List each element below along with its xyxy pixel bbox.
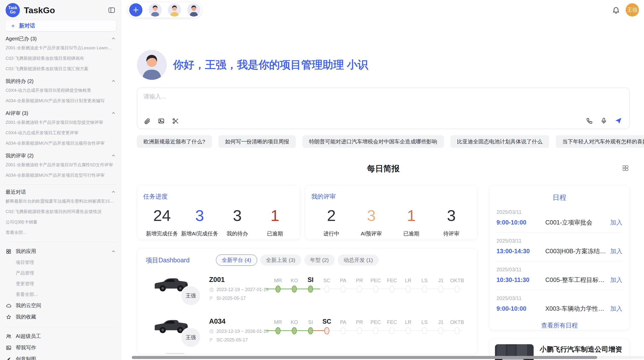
paperclip-icon[interactable] (143, 117, 151, 125)
flag-icon (209, 338, 214, 342)
notification-bell-icon[interactable] (612, 6, 620, 14)
sidebar-item-users-icon[interactable]: AI超级员工 (6, 331, 116, 342)
sidebar-item-pen-icon[interactable]: 创意制图 (6, 353, 116, 360)
schedule-time: 10:30-11:30 (496, 276, 545, 283)
dashboard-title: 项目Dashboard (146, 256, 216, 264)
right-column: 日程 2025/03/11 9:00-10:00 C001-立项审批会 加入 2… (489, 185, 630, 360)
chevron-up-icon[interactable] (111, 111, 116, 116)
layout-grid-icon[interactable] (622, 164, 629, 172)
milestone-node (455, 286, 460, 293)
sidebar-section-title[interactable]: 我的评审 (2) (6, 152, 116, 159)
join-link[interactable]: 加入 (610, 276, 622, 284)
sidebar-item[interactable]: C02-飞腾新能源轻客改款项目的闭环通告反馈情况 (6, 206, 116, 217)
pen-icon (6, 356, 12, 360)
suggestion-chip[interactable]: 比亚迪全固态电池计划具体说了什么 (450, 135, 549, 148)
sidebar-subitem[interactable]: 产品管理 (6, 268, 116, 278)
phone-icon[interactable] (586, 117, 593, 124)
session-avatar-1[interactable] (149, 3, 162, 17)
milestone-label: SC (319, 278, 335, 283)
sidebar-subitem[interactable]: 查看全部... (6, 289, 116, 300)
send-icon[interactable] (614, 117, 622, 125)
new-chat-button[interactable]: ＋ 新对话 (5, 20, 116, 32)
milestone-track: MRKOSISCPAPRPECFECLRLSJ1OKTB (270, 272, 477, 307)
milestone-node-cell (302, 283, 319, 295)
sidebar-item[interactable]: C0X4-动力总成开发项目SI里程碑提交物检查 (6, 85, 116, 96)
project-row[interactable]: 王强 A034 2023-12-19 ~ 2026-01-19 SC-2025-… (146, 313, 477, 349)
stat-label: AI预评审 (351, 230, 391, 237)
sidebar-collapse-icon[interactable] (108, 6, 115, 14)
schedule-divider (496, 261, 622, 261)
chevron-up-icon[interactable] (111, 249, 116, 254)
suggestion-chip[interactable]: 当下年轻人对汽车外观有怎样的喜好趋势 (556, 135, 644, 148)
suggestion-chip[interactable]: 欧洲新规最近颁布了什么? (137, 135, 212, 148)
user-avatar[interactable]: 王强 (626, 3, 639, 17)
chat-input[interactable]: 请输入... (137, 87, 630, 129)
sidebar-section-title[interactable]: 我的待办 (2) (6, 78, 116, 85)
join-link[interactable]: 加入 (610, 247, 622, 255)
sidebar-item[interactable]: A034-全新新能源MUV产品开发项目法规符合性评审 (6, 138, 116, 148)
project-row[interactable]: 王强 Z001 2023-12-19 ~ 2027-01-19 SI-2025-… (146, 272, 477, 307)
sidebar-item[interactable]: 查看全部... (6, 227, 116, 238)
sidebar-section-title[interactable]: 最近对话 (6, 188, 116, 196)
sidebar-item-image-icon[interactable]: 帮我写作 (6, 342, 116, 353)
sidebar-section-title[interactable]: AI评审 (3) (6, 110, 116, 117)
sidebar-item[interactable]: A034-全新新能源MUV产品开发项目造型可行性评审 (6, 170, 116, 181)
milestone-label: MR (270, 319, 286, 325)
session-avatar-2[interactable] (168, 3, 181, 17)
new-session-button[interactable] (129, 3, 142, 17)
schedule-event-name: X003-车辆动力学性能验... (545, 305, 607, 313)
dashboard-tab[interactable]: 全新平台 (4) (216, 254, 257, 266)
join-link[interactable]: 加入 (610, 218, 622, 227)
photo-icon[interactable] (158, 117, 165, 125)
scissors-icon[interactable] (172, 117, 179, 125)
project-media: 王强 (146, 272, 209, 307)
milestone-label: KO (286, 278, 302, 283)
chevron-up-icon[interactable] (111, 153, 116, 158)
chevron-up-icon[interactable] (111, 189, 116, 194)
sidebar-item-my-apps[interactable]: 我的应用 (6, 246, 116, 257)
schedule-list: 2025/03/11 9:00-10:00 C001-立项审批会 加入 2025… (496, 209, 622, 313)
suggestion-chip[interactable]: 特朗普可能对进口汽车增税会对中国车企造成哪些影响 (302, 135, 444, 148)
sidebar-section-title[interactable]: Agent已办 (3) (6, 35, 116, 42)
cloud-icon (6, 303, 12, 309)
suggestion-chip[interactable]: 如何写一份清晰的项目周报 (218, 135, 296, 148)
chevron-up-icon[interactable] (111, 79, 116, 84)
section-title-label: 最近对话 (6, 189, 26, 196)
stat: 3 AI预评审 (351, 208, 391, 237)
session-avatar-3[interactable] (187, 3, 200, 17)
milestone-node (357, 327, 362, 334)
dashboard-columns: 任务进度 24 新增完成任务 3 新增AI完成任务 3 我的待办 1 已逾期 我… (137, 185, 630, 360)
milestone-node-cell (319, 325, 335, 336)
grid-icon (6, 248, 12, 254)
schedule-date: 2025/03/11 (496, 209, 622, 215)
sidebar-subitem[interactable]: 变更管理 (6, 278, 116, 289)
sidebar-item[interactable]: Z001-全新燃油轻卡产品开发项目SI节点属性5D文件评审 (6, 160, 116, 170)
scrollbar-thumb[interactable] (132, 356, 597, 359)
sidebar-item[interactable]: C02-飞腾新能源轻客改款项目立项汇报方案 (6, 64, 116, 74)
sidebar-subitem[interactable]: 项目管理 (6, 257, 116, 268)
schedule-date: 2025/03/11 (496, 295, 622, 301)
section-title-label: AI评审 (3) (6, 110, 28, 117)
dashboard-tab[interactable]: 全新上装 (3) (260, 254, 301, 266)
stat: 24 新增完成任务 (143, 208, 181, 237)
milestone-node (292, 327, 297, 334)
chevron-up-icon[interactable] (111, 36, 116, 41)
dashboard-tab[interactable]: 动总开发 (1) (338, 254, 379, 266)
sidebar-item[interactable]: Z001-全新燃油轻卡产品开发项目SI造型提交物评审 (6, 117, 116, 128)
join-link[interactable]: 加入 (610, 305, 622, 313)
sidebar-item[interactable]: A034-全新新能源MUV产品开发项目计划变更表编写 (6, 96, 116, 106)
dashboard-tab[interactable]: 年型 (2) (304, 254, 335, 266)
sidebar-item[interactable]: C0X4-动力总成开发项目工程变更评审 (6, 128, 116, 138)
sidebar-item-cloud-icon[interactable]: 我的云空间 (6, 300, 116, 311)
sidebar-item-star-icon[interactable]: 我的收藏 (6, 311, 116, 323)
image-icon (6, 345, 12, 351)
sidebar-item[interactable]: 解释最新出台的欧盟报废车法规再生塑料比例被调至15%... (6, 196, 116, 206)
mic-icon[interactable] (600, 117, 607, 124)
view-all-schedule-link[interactable]: 查看所有日程 (496, 321, 622, 329)
milestone-node-cell (302, 325, 319, 336)
sidebar-item[interactable]: Z001-全新燃油皮卡产品开发项目SI节点Lesson Learn报告 (6, 43, 116, 53)
next-row-sliver (164, 353, 186, 354)
sidebar-item[interactable]: 公司Q3轻卡销量 (6, 217, 116, 227)
sidebar-item[interactable]: C02-飞腾新能源轻客改款项目里程碑画布 (6, 53, 116, 64)
milestone-label: KO (286, 319, 302, 325)
